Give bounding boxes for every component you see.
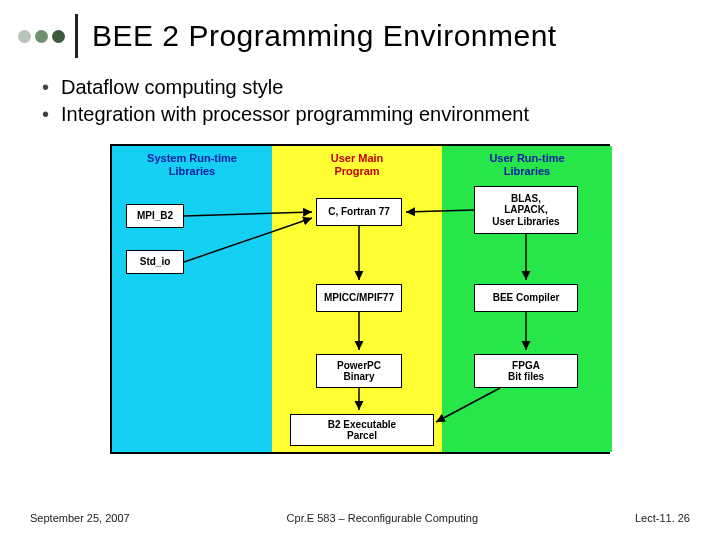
box-mpicc: MPICC/MPIF77 [316,284,402,312]
footer-date: September 25, 2007 [30,512,130,524]
box-executable: B2 ExecutableParcel [290,414,434,446]
slide-footer: September 25, 2007 Cpr.E 583 – Reconfigu… [0,512,720,524]
bullet-item: Dataflow computing style [42,76,720,99]
column-title: User Main Program [272,152,442,177]
column-system-libs: System Run-time Libraries [112,146,272,452]
bullet-item: Integration with processor programming e… [42,103,720,126]
architecture-diagram: System Run-time Libraries User Main Prog… [110,144,610,454]
box-bee-compiler: BEE Compiler [474,284,578,312]
box-blas: BLAS,LAPACK,User Libraries [474,186,578,234]
dot-icon [52,30,65,43]
footer-course: Cpr.E 583 – Reconfigurable Computing [287,512,478,524]
box-std-io: Std_io [126,250,184,274]
dot-icon [18,30,31,43]
dot-icon [35,30,48,43]
box-c-fortran: C, Fortran 77 [316,198,402,226]
bullet-list: Dataflow computing style Integration wit… [0,66,720,126]
slide-title: BEE 2 Programming Environment [92,19,557,53]
title-row: BEE 2 Programming Environment [0,0,720,66]
footer-lect: Lect-11. 26 [635,512,690,524]
bullet-dots [18,30,65,43]
box-mpi-b2: MPI_B2 [126,204,184,228]
column-title: System Run-time Libraries [112,152,272,177]
box-powerpc: PowerPCBinary [316,354,402,388]
title-separator [75,14,78,58]
box-fpga: FPGABit files [474,354,578,388]
column-title: User Run-time Libraries [442,152,612,177]
